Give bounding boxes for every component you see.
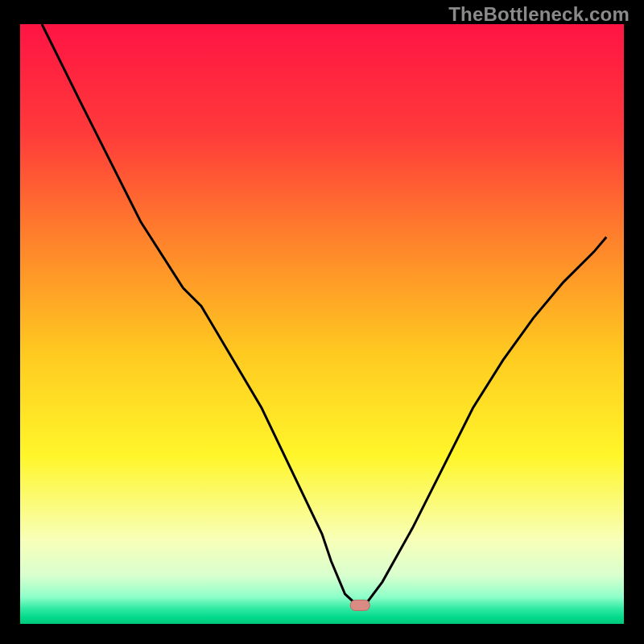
optimal-marker: [350, 600, 369, 610]
chart-svg: [0, 0, 644, 644]
watermark-text: TheBottleneck.com: [448, 3, 630, 26]
bottleneck-chart: TheBottleneck.com: [0, 0, 644, 644]
